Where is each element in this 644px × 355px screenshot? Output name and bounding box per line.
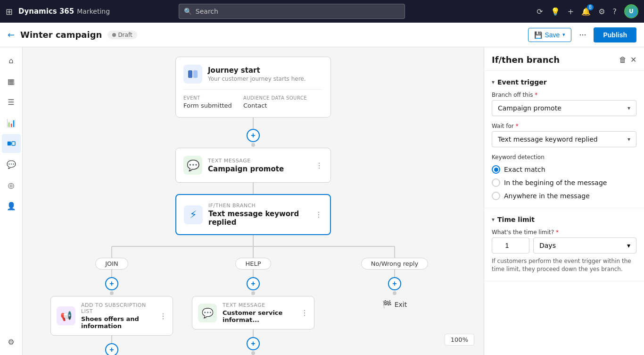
node-header: 💬 Text message Campaign promote ⋮ xyxy=(183,156,323,175)
add-node-join-2[interactable]: + xyxy=(105,343,118,355)
add-node-join[interactable]: + xyxy=(105,277,118,290)
section-chevron-icon: ▾ xyxy=(492,216,495,223)
help-icon[interactable]: ? xyxy=(612,7,617,16)
connector-dot xyxy=(251,291,255,295)
connector-line xyxy=(253,330,254,337)
grid-icon[interactable]: ⊞ xyxy=(6,7,13,17)
wait-for-select[interactable]: Text message keyword replied ▾ xyxy=(492,131,636,147)
help-connector: + xyxy=(247,270,260,296)
sidebar-item-chart[interactable]: 📊 xyxy=(2,113,21,132)
node-title-area: Add to subscription list Shoes offers an… xyxy=(81,302,154,330)
node-title: Shoes offers and information xyxy=(81,315,154,330)
time-limit-inputs: Days ▾ xyxy=(492,237,636,254)
connector-line xyxy=(253,270,254,277)
journey-start-node[interactable]: Journey start Your customer journey star… xyxy=(175,57,331,118)
node-menu-button[interactable]: ⋮ xyxy=(301,308,308,317)
subscription-node[interactable]: 📢 Add to subscription list Shoes offers … xyxy=(50,296,173,336)
canvas-area[interactable]: Journey start Your customer journey star… xyxy=(23,47,484,355)
connector-line xyxy=(111,336,112,343)
customer-service-node[interactable]: 💬 Text message Customer service informat… xyxy=(192,296,314,330)
connector-line xyxy=(394,270,395,277)
save-button[interactable]: 💾 Save ▾ xyxy=(528,28,572,42)
select-chevron-icon: ▾ xyxy=(627,136,630,143)
if-then-branch-node[interactable]: ⚡ If/Then branch Text message keyword re… xyxy=(175,194,331,235)
sidebar-item-journey[interactable] xyxy=(2,134,21,153)
zoom-indicator: 100% xyxy=(445,334,474,346)
event-trigger-header[interactable]: ▾ Event trigger xyxy=(492,78,636,86)
add-node-help-2[interactable]: + xyxy=(247,337,260,350)
sidebar-item-settings[interactable]: ⚙ xyxy=(2,332,21,351)
connector-1: + xyxy=(247,118,260,148)
sidebar-item-segment[interactable]: ◎ xyxy=(2,176,21,194)
time-number-input[interactable] xyxy=(492,237,529,254)
plus-icon[interactable]: + xyxy=(568,7,574,16)
exit-flag-icon: 🏁 xyxy=(382,300,392,309)
radio-label-beginning: In the begining of the message xyxy=(504,179,607,186)
save-label: Save xyxy=(545,31,560,39)
radio-circle-exact xyxy=(492,165,500,174)
node-header: ⚡ If/Then branch Text message keyword re… xyxy=(184,203,322,227)
wait-for-label: Wait for * xyxy=(492,123,636,129)
event-value: Form submitted xyxy=(183,102,232,109)
brand-name: Dynamics 365 xyxy=(18,7,74,16)
node-title: Text message keyword replied xyxy=(208,210,309,227)
no-wrong-connector: + xyxy=(388,270,401,296)
node-menu-button[interactable]: ⋮ xyxy=(315,210,322,219)
publish-button[interactable]: Publish xyxy=(594,27,636,42)
panel-actions: 🗑 ✕ xyxy=(619,55,636,64)
radio-anywhere[interactable]: Anywhere in the message xyxy=(492,192,636,200)
close-button[interactable]: ✕ xyxy=(630,55,636,64)
add-node-help[interactable]: + xyxy=(247,277,260,290)
required-star: * xyxy=(535,92,537,98)
node-title-area: If/Then branch Text message keyword repl… xyxy=(208,203,309,227)
status-badge: Draft xyxy=(107,31,137,39)
node-title: Journey start xyxy=(208,66,323,75)
zoom-level: 100% xyxy=(451,336,468,343)
svg-rect-1 xyxy=(12,142,15,145)
more-options-button[interactable]: ··· xyxy=(575,28,590,42)
node-menu-button[interactable]: ⋮ xyxy=(315,161,323,170)
radio-exact-match[interactable]: Exact match xyxy=(492,165,636,174)
branch-off-select[interactable]: Campaign promote ▾ xyxy=(492,100,636,116)
node-title-area: Text message Campaign promote xyxy=(208,158,310,173)
node-header: Journey start Your customer journey star… xyxy=(183,65,323,84)
sidebar-item-dashboard[interactable]: ▦ xyxy=(2,72,21,91)
text-message-node[interactable]: 💬 Text message Campaign promote ⋮ xyxy=(175,148,331,183)
lightbulb-icon[interactable]: 💡 xyxy=(551,7,560,16)
settings-icon[interactable]: ⚙ xyxy=(598,7,605,16)
no-wrong-exit-node: 🏁 Exit xyxy=(375,296,415,313)
node-subtitle: Add to subscription list xyxy=(81,302,154,314)
sidebar-item-person[interactable]: 👤 xyxy=(2,196,21,215)
radio-beginning[interactable]: In the begining of the message xyxy=(492,178,636,187)
audience-label: AUDIENCE DATA SOURCE xyxy=(243,95,307,101)
avatar[interactable]: U xyxy=(624,4,638,18)
bell-icon[interactable]: 🔔 8 xyxy=(581,7,591,16)
node-header: 💬 Text message Customer service informat… xyxy=(198,302,308,323)
join-connector: + xyxy=(105,270,118,296)
section-chevron-icon: ▾ xyxy=(492,79,495,85)
time-unit-select[interactable]: Days ▾ xyxy=(533,237,636,254)
add-node-button-1[interactable]: + xyxy=(247,129,260,142)
connector-dot xyxy=(393,291,396,295)
node-subtitle: Text message xyxy=(208,158,310,164)
search-placeholder: Search xyxy=(196,8,218,15)
time-limit-field-label: What's the time limit? * xyxy=(492,229,636,236)
delete-button[interactable]: 🗑 xyxy=(619,55,627,64)
back-button[interactable]: ← xyxy=(8,30,15,40)
top-navigation: ⊞ Dynamics 365 Marketing 🔍 Search ⟳ 💡 + … xyxy=(0,0,644,23)
time-limit-label: Time limit xyxy=(497,216,535,223)
status-dot xyxy=(112,33,116,37)
brand-module: Marketing xyxy=(77,8,110,15)
save-icon: 💾 xyxy=(534,31,542,39)
add-node-no-wrong[interactable]: + xyxy=(388,277,401,290)
sidebar-item-list[interactable]: ☰ xyxy=(2,93,21,111)
node-menu-button[interactable]: ⋮ xyxy=(159,312,167,321)
radio-circle-anywhere xyxy=(492,192,500,200)
time-limit-header[interactable]: ▾ Time limit xyxy=(492,216,636,223)
sidebar-item-home[interactable]: ⌂ xyxy=(2,51,21,70)
connector-2 xyxy=(253,183,254,194)
refresh-icon[interactable]: ⟳ xyxy=(537,7,543,16)
node-title-area: Text message Customer service informat..… xyxy=(223,302,295,323)
sidebar-item-message[interactable]: 💬 xyxy=(2,155,21,174)
search-bar[interactable]: 🔍 Search xyxy=(179,4,405,19)
